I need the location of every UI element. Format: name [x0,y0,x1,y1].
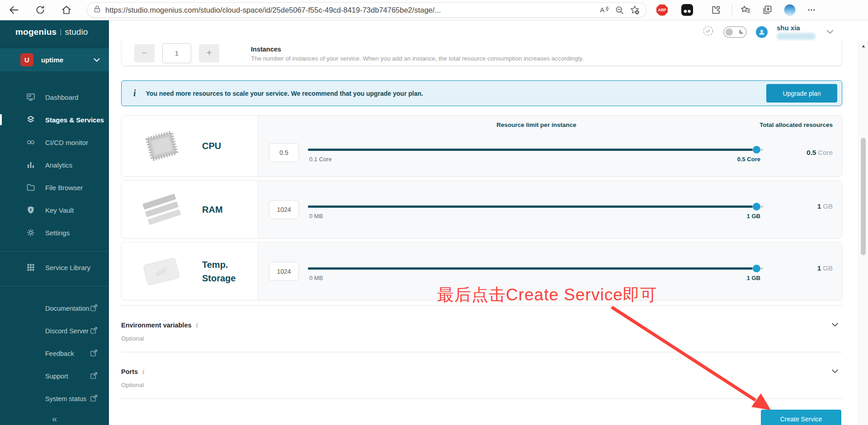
instances-decrease-button[interactable]: − [134,44,155,62]
sidebar-item-label: Settings [45,229,70,237]
scroll-up-arrow[interactable]: ▲ [859,43,868,48]
external-link-icon [90,394,98,404]
instances-increase-button[interactable]: + [199,44,219,62]
back-icon[interactable] [6,2,22,18]
extensions-puzzle-icon[interactable] [708,2,724,18]
sidebar-item-key-vault[interactable]: Key Vault [0,199,109,221]
sidebar-item-label: Service Library [45,264,90,271]
read-aloud-icon[interactable]: A [596,2,612,18]
shield-lock-icon [26,205,35,215]
browser-profile-avatar[interactable] [784,4,796,16]
svg-text:A: A [600,6,604,14]
home-icon[interactable] [59,2,74,18]
user-avatar[interactable] [756,26,768,38]
total-allocated-value: 0.5Core [773,149,833,157]
sidebar-link-discord[interactable]: Discord Server [0,320,109,342]
add-favorite-icon[interactable] [627,2,642,18]
favorites-bar-icon[interactable] [738,2,753,18]
section-label: Environment variables [121,322,192,329]
upgrade-plan-button[interactable]: Upgrade plan [766,84,837,103]
sidebar-link-system-status[interactable]: System status [0,388,109,410]
logo-product: studio [65,27,88,37]
lock-icon[interactable] [93,5,102,15]
tutorial-annotation: 最后点击Create Service即可 [437,284,657,306]
sidebar-item-label: Key Vault [45,206,74,214]
sidebar-link-documentation[interactable]: Documentation [0,297,109,320]
link-label: Feedback [45,350,90,357]
slider-track[interactable] [308,205,763,208]
user-menu-chevron-icon[interactable] [825,26,835,38]
workspace-selector[interactable]: U uptime [0,48,109,71]
gear-icon [26,228,35,237]
info-icon: i [142,368,830,376]
sidebar-item-service-library[interactable]: Service Library [0,256,109,279]
user-name: shu xia [777,24,800,32]
slider-track[interactable] [308,149,763,151]
slider-handle[interactable] [753,203,760,210]
more-icon[interactable] [804,2,819,18]
cpu-limit-input[interactable] [269,143,299,162]
link-label: Discord Server [45,327,90,335]
stages-icon [26,115,35,124]
link-label: Documentation [45,305,90,312]
sidebar-link-feedback[interactable]: Feedback [0,342,109,365]
content-topbar: shu xia [109,20,868,41]
sidebar-item-analytics[interactable]: Analytics [0,154,109,176]
slider-min-label: 0.1 Core [309,156,332,163]
environment-variables-section[interactable]: Environment variables i Optional [121,305,842,352]
sidebar-item-cicd-monitor[interactable]: CI/CD monitor [0,131,109,154]
sidebar-item-dashboard[interactable]: Dashboard [0,86,109,108]
adblock-icon[interactable]: ABP [656,5,668,16]
sidebar-item-stages-services[interactable]: Stages & Services [0,108,109,131]
scrollbar-thumb[interactable] [861,138,866,255]
upgrade-banner: i You need more resources to scale your … [121,80,842,106]
resource-name: CPU [202,139,258,153]
external-link-icon [90,371,98,381]
collections-icon[interactable] [760,2,775,18]
temp-storage-slider[interactable]: 0 MB 1 GB [308,260,763,283]
ram-slider[interactable]: 0 MB 1 GB [308,198,763,221]
create-service-button[interactable]: Create Service [761,410,841,425]
slider-handle[interactable] [753,146,760,154]
sidebar-link-support[interactable]: Support [0,365,109,388]
dashboard-icon [26,93,35,102]
slider-max-label: 1 GB [747,213,760,220]
instances-input[interactable] [162,43,191,63]
column-header-limit: Resource limit per instance [308,121,765,128]
refresh-icon[interactable] [33,2,48,18]
status-check-icon[interactable] [702,25,714,39]
sidebar-collapse-button[interactable]: « [0,414,109,424]
url-text[interactable]: https://studio.mogenius.com/studio/cloud… [105,6,596,14]
ram-resource-card: RAM 0 MB 1 GB 1GB [121,180,842,238]
browser-scrollbar[interactable]: ▲ [858,41,868,425]
user-email-redacted [777,33,816,40]
info-icon: i [133,88,136,98]
slider-track[interactable] [308,267,763,270]
slider-handle[interactable] [753,265,760,272]
toolbar-divider [732,5,732,15]
section-label: Ports [121,368,138,375]
chevron-down-icon[interactable] [830,319,840,331]
external-link-icon [90,326,98,336]
user-info[interactable]: shu xia [777,24,816,40]
temp-storage-limit-input[interactable] [269,262,299,281]
resource-name: RAM [202,203,258,216]
ram-limit-input[interactable] [269,200,299,219]
column-header-total: Total allocated resources [760,121,833,128]
ports-section[interactable]: Ports i Optional [121,352,842,399]
resource-name: Temp. Storage [202,258,258,285]
chevron-down-icon[interactable] [830,366,840,378]
cpu-slider[interactable]: 0.1 Core 0.5 Core [308,141,763,164]
total-allocated-value: 1GB [773,202,833,217]
sidebar-item-settings[interactable]: Settings [0,221,109,244]
slider-max-label: 0.5 Core [737,156,760,163]
zoom-out-icon[interactable] [612,2,627,18]
banner-text: You need more resources to scale your se… [146,90,766,97]
instances-title: Instances [251,46,584,53]
address-bar[interactable]: https://studio.mogenius.com/studio/cloud… [87,2,646,18]
workspace-name: uptime [41,56,94,64]
extension-dark-icon[interactable] [679,2,695,18]
total-unit: GB [823,264,833,272]
theme-toggle[interactable] [723,26,747,38]
sidebar-item-file-browser[interactable]: File Browser [0,176,109,199]
